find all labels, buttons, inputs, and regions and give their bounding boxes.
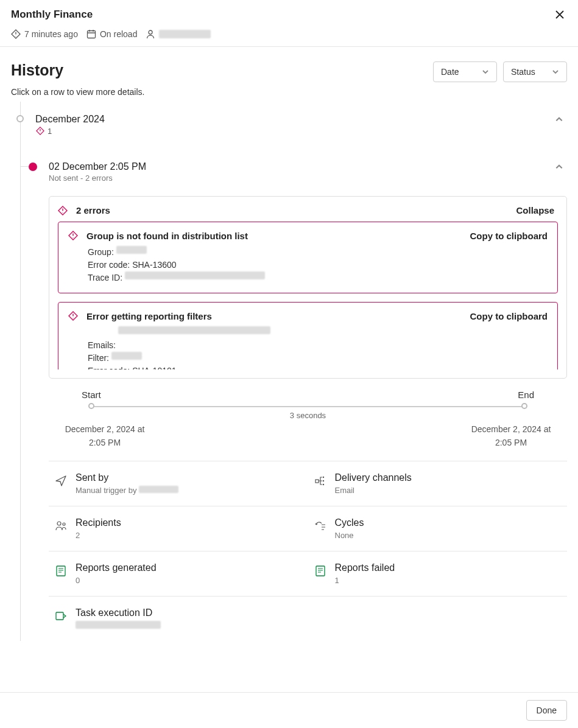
range-start-time: 2:05 PM bbox=[56, 436, 153, 449]
error-panel-scroll[interactable]: 2 errors Collapse Grou bbox=[58, 205, 564, 369]
timeline-node-icon bbox=[16, 115, 24, 122]
range-duration: 3 seconds bbox=[55, 411, 561, 420]
range-start-label: Start bbox=[82, 390, 101, 400]
close-button[interactable] bbox=[552, 9, 567, 21]
delivery-channels-label: Delivery channels bbox=[335, 472, 412, 483]
diamond-alert-icon bbox=[58, 206, 68, 215]
range-start-dot-icon bbox=[88, 403, 94, 409]
collapse-month-button[interactable] bbox=[551, 114, 567, 125]
error-trace-label: Trace ID: bbox=[88, 273, 122, 282]
range-end-dot-icon bbox=[521, 403, 527, 409]
range-end-date: December 2, 2024 at bbox=[462, 422, 560, 436]
status-dot-error-icon bbox=[29, 163, 37, 171]
history-subtitle: Click on a row to view more details. bbox=[11, 87, 567, 97]
svg-rect-2 bbox=[315, 480, 319, 483]
error-emails-value: ██████████████, ██████████████ bbox=[118, 326, 270, 334]
reports-failed-cell: Reports failed 1 bbox=[314, 562, 562, 585]
recipients-cell: Recipients 2 bbox=[55, 517, 302, 540]
range-bar bbox=[91, 406, 524, 407]
date-filter[interactable]: Date bbox=[433, 61, 497, 82]
sent-by-cell: Sent by Manual trigger by ████████ bbox=[55, 472, 302, 495]
svg-point-1 bbox=[149, 30, 152, 34]
close-icon bbox=[555, 10, 565, 19]
month-group-header[interactable]: December 2024 1 bbox=[20, 114, 567, 136]
recipients-icon bbox=[55, 520, 67, 532]
date-filter-label: Date bbox=[441, 67, 459, 77]
svg-rect-8 bbox=[57, 566, 65, 576]
svg-point-6 bbox=[57, 522, 61, 525]
sent-by-name: ████████ bbox=[139, 486, 178, 493]
svg-point-5 bbox=[322, 484, 323, 485]
error-trace-value: ████████████████████████████ bbox=[125, 271, 265, 279]
last-run-time: 7 minutes ago bbox=[11, 29, 78, 39]
reports-generated-label: Reports generated bbox=[76, 562, 157, 573]
diamond-alert-icon bbox=[68, 311, 78, 321]
user-icon bbox=[146, 29, 155, 39]
diamond-alert-icon bbox=[68, 231, 78, 240]
collapse-entry-button[interactable] bbox=[551, 161, 567, 172]
error-card: Group is not found in distribution list … bbox=[58, 222, 558, 293]
collapse-errors-button[interactable]: Collapse bbox=[516, 205, 554, 215]
recipients-value: 2 bbox=[76, 531, 121, 540]
status-filter[interactable]: Status bbox=[503, 61, 567, 82]
diamond-alert-icon bbox=[35, 126, 45, 136]
task-id-icon bbox=[55, 610, 67, 622]
svg-point-4 bbox=[322, 480, 323, 481]
cycles-label: Cycles bbox=[335, 517, 364, 528]
history-title: History bbox=[11, 61, 63, 79]
modal-header: Monthly Finance 7 minutes ago On reload bbox=[0, 0, 578, 47]
reports-generated-cell: Reports generated 0 bbox=[55, 562, 302, 585]
error-title: Error getting reporting filters bbox=[86, 311, 212, 321]
svg-rect-9 bbox=[316, 566, 325, 576]
copy-to-clipboard-button[interactable]: Copy to clipboard bbox=[470, 231, 548, 241]
entry-title: 02 December 2:05 PM bbox=[49, 161, 146, 172]
done-button[interactable]: Done bbox=[526, 700, 567, 721]
chevron-up-icon bbox=[555, 115, 563, 124]
error-code-value: SHA-13600 bbox=[132, 260, 176, 270]
task-execution-id-label: Task execution ID bbox=[76, 607, 161, 618]
last-run-time-text: 7 minutes ago bbox=[24, 29, 78, 39]
history-modal: Monthly Finance 7 minutes ago On reload bbox=[0, 0, 578, 728]
task-execution-id-cell: Task execution ID ██████████████████ bbox=[55, 607, 302, 630]
error-summary: 2 errors bbox=[76, 205, 110, 215]
error-group-value: ██████ bbox=[116, 246, 147, 254]
range-start-date: December 2, 2024 at bbox=[56, 422, 153, 436]
recipients-label: Recipients bbox=[76, 517, 121, 528]
reports-failed-label: Reports failed bbox=[335, 562, 395, 573]
execution-time-range: Start End 3 seconds December 2, 2024 at bbox=[49, 390, 567, 450]
error-code-label: Error code: bbox=[88, 366, 130, 369]
modal-footer: Done bbox=[0, 692, 578, 728]
delivery-channels-value: Email bbox=[335, 486, 412, 495]
svg-point-3 bbox=[322, 477, 323, 478]
svg-rect-0 bbox=[87, 31, 95, 38]
report-success-icon bbox=[55, 565, 67, 577]
channels-icon bbox=[314, 475, 326, 487]
modal-body[interactable]: History Date Status Click on a row to vi… bbox=[0, 47, 578, 692]
status-filter-label: Status bbox=[511, 67, 535, 77]
error-filter-label: Filter: bbox=[88, 353, 109, 363]
reports-failed-value: 1 bbox=[335, 576, 395, 585]
history-timeline: December 2024 1 02 Decem bbox=[20, 114, 567, 641]
error-code-value: SHA-10101 bbox=[132, 366, 176, 369]
owner-name: ██████████ bbox=[159, 30, 211, 38]
entry-header[interactable]: 02 December 2:05 PM Not sent - 2 errors bbox=[49, 161, 567, 183]
diamond-alert-icon bbox=[11, 29, 21, 39]
history-entry: 02 December 2:05 PM Not sent - 2 errors bbox=[33, 161, 567, 641]
svg-point-7 bbox=[63, 523, 65, 525]
calendar-icon bbox=[86, 29, 96, 39]
cycles-cell: Cycles None bbox=[314, 517, 562, 540]
error-code-label: Error code: bbox=[88, 260, 130, 270]
copy-to-clipboard-button[interactable]: Copy to clipboard bbox=[470, 311, 548, 321]
error-emails-label: Emails: bbox=[88, 340, 116, 350]
error-group-label: Group: bbox=[88, 247, 114, 257]
error-panel: 2 errors Collapse Grou bbox=[49, 196, 567, 379]
month-label: December 2024 bbox=[35, 114, 105, 125]
report-failed-icon bbox=[314, 565, 326, 577]
range-end-time: 2:05 PM bbox=[462, 436, 560, 449]
cycles-value: None bbox=[335, 531, 364, 540]
chevron-down-icon bbox=[482, 68, 489, 75]
task-execution-id-value: ██████████████████ bbox=[76, 621, 161, 629]
error-title: Group is not found in distribution list bbox=[86, 231, 248, 241]
chevron-up-icon bbox=[555, 163, 563, 171]
info-grid: Sent by Manual trigger by ████████ bbox=[49, 461, 567, 641]
